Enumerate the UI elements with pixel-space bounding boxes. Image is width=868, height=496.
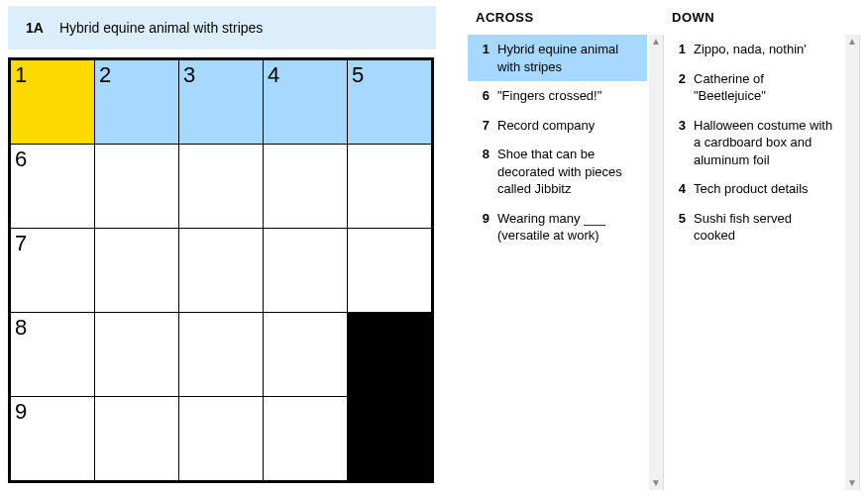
- grid-cell[interactable]: [95, 397, 178, 480]
- clue-number: 2: [672, 70, 694, 105]
- clue-text: Zippo, nada, nothin': [694, 41, 835, 58]
- scroll-down-icon[interactable]: ▼: [847, 478, 857, 488]
- grid-cell-black: [348, 397, 431, 480]
- clue-item-across-9[interactable]: 9Wearing many ___ (versatile at work): [468, 204, 647, 250]
- grid-cell[interactable]: 7: [11, 229, 94, 312]
- grid-cell[interactable]: 3: [179, 60, 263, 144]
- scroll-up-icon[interactable]: ▲: [847, 37, 857, 47]
- cell-number: 7: [15, 231, 27, 256]
- grid-cell[interactable]: [264, 313, 347, 396]
- clue-number: 6: [476, 87, 497, 105]
- down-scrollbar[interactable]: ▲ ▼: [845, 35, 859, 490]
- across-header: ACROSS: [468, 6, 664, 33]
- clue-number: 7: [476, 117, 497, 135]
- grid-cell[interactable]: [179, 397, 263, 480]
- cell-number: 1: [15, 62, 27, 88]
- clue-number: 1: [476, 41, 497, 75]
- scroll-up-icon[interactable]: ▲: [651, 37, 661, 47]
- clue-text: Tech product details: [694, 180, 835, 198]
- cell-number: 4: [268, 62, 279, 88]
- grid-cell[interactable]: [179, 145, 263, 228]
- cell-number: 6: [15, 147, 27, 172]
- grid-cell[interactable]: [179, 313, 263, 396]
- grid-cell[interactable]: 5: [348, 60, 431, 144]
- clue-text: Record company: [497, 117, 639, 135]
- crossword-grid[interactable]: 123456789: [8, 57, 434, 483]
- grid-cell[interactable]: [95, 313, 178, 396]
- clue-number: 1: [672, 41, 694, 58]
- grid-cell[interactable]: 6: [11, 145, 94, 228]
- cell-number: 9: [15, 399, 27, 425]
- current-clue-bar[interactable]: 1A Hybrid equine animal with stripes: [8, 6, 436, 50]
- clue-number: 8: [476, 146, 497, 198]
- grid-cell[interactable]: [179, 229, 263, 312]
- grid-cell[interactable]: [348, 145, 431, 228]
- down-header: DOWN: [664, 6, 860, 33]
- clue-text: "Fingers crossed!": [497, 87, 639, 105]
- clue-item-across-1[interactable]: 1Hybrid equine animal with stripes: [468, 35, 647, 81]
- grid-cell[interactable]: 4: [264, 60, 347, 144]
- grid-cell[interactable]: [264, 145, 347, 228]
- grid-cell-black: [348, 313, 431, 396]
- grid-cell[interactable]: [264, 229, 347, 312]
- current-clue-text: Hybrid equine animal with stripes: [59, 20, 263, 36]
- clue-lists: ACROSS 1Hybrid equine animal with stripe…: [436, 6, 860, 490]
- grid-cell[interactable]: [95, 145, 178, 228]
- clue-number: 5: [672, 210, 694, 245]
- grid-cell[interactable]: 9: [11, 397, 94, 480]
- cell-number: 2: [99, 62, 111, 88]
- cell-number: 8: [15, 315, 27, 341]
- across-scrollbar[interactable]: ▲ ▼: [649, 35, 663, 490]
- down-list: DOWN 1Zippo, nada, nothin'2Catherine of …: [664, 6, 860, 490]
- cell-number: 3: [183, 62, 195, 88]
- scroll-down-icon[interactable]: ▼: [651, 478, 661, 488]
- clue-item-down-3[interactable]: 3Halloween costume with a cardboard box …: [664, 111, 843, 175]
- grid-cell[interactable]: [348, 229, 431, 312]
- clue-number: 4: [672, 180, 694, 198]
- clue-text: Wearing many ___ (versatile at work): [497, 210, 639, 245]
- grid-cell[interactable]: [95, 229, 178, 312]
- current-clue-label: 1A: [26, 20, 44, 36]
- clue-text: Shoe that can be decorated with pieces c…: [497, 146, 639, 198]
- clue-text: Halloween costume with a cardboard box a…: [694, 117, 835, 169]
- clue-text: Hybrid equine animal with stripes: [497, 41, 639, 75]
- across-list: ACROSS 1Hybrid equine animal with stripe…: [468, 6, 664, 490]
- grid-cell[interactable]: [264, 397, 347, 480]
- clue-item-down-2[interactable]: 2Catherine of "Beetlejuice": [664, 64, 843, 111]
- clue-text: Catherine of "Beetlejuice": [694, 70, 835, 105]
- clue-item-across-7[interactable]: 7Record company: [468, 111, 647, 141]
- grid-cell[interactable]: 8: [11, 313, 94, 396]
- clue-number: 9: [476, 210, 497, 245]
- clue-item-down-5[interactable]: 5Sushi fish served cooked: [664, 204, 843, 250]
- puzzle-panel: 1A Hybrid equine animal with stripes 123…: [8, 6, 436, 490]
- cell-number: 5: [352, 62, 364, 88]
- clue-text: Sushi fish served cooked: [694, 210, 835, 245]
- clue-item-down-4[interactable]: 4Tech product details: [664, 174, 843, 204]
- grid-cell[interactable]: 1: [11, 60, 94, 144]
- clue-item-down-1[interactable]: 1Zippo, nada, nothin': [664, 35, 843, 64]
- clue-item-across-6[interactable]: 6"Fingers crossed!": [468, 81, 647, 111]
- clue-number: 3: [672, 117, 694, 169]
- clue-item-across-8[interactable]: 8Shoe that can be decorated with pieces …: [468, 140, 647, 204]
- grid-cell[interactable]: 2: [95, 60, 178, 144]
